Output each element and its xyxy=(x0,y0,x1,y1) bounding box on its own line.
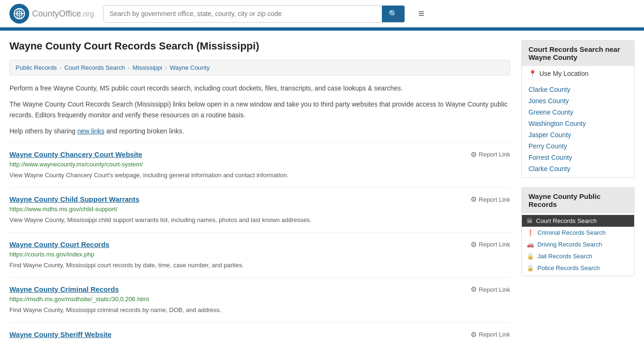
rec-icon: 🔒 xyxy=(527,253,534,260)
report-link-button[interactable]: ⚙ Report Link xyxy=(471,150,510,159)
nearby-county-link[interactable]: Greene County xyxy=(528,108,573,116)
breadcrumb-link-court-records[interactable]: Court Records Search xyxy=(64,64,125,71)
pub-record-link[interactable]: Criminal Records Search xyxy=(537,229,606,236)
nearby-county-link[interactable]: Jones County xyxy=(528,97,569,105)
search-bar: 🔍 xyxy=(103,5,405,23)
nearby-county-item: Greene County xyxy=(522,107,634,118)
main-container: Wayne County Court Records Search (Missi… xyxy=(0,31,644,358)
nearby-county-item: Clarke County xyxy=(522,163,634,174)
desc-para-3: Help others by sharing new links and rep… xyxy=(9,126,510,136)
hamburger-menu-button[interactable]: ≡ xyxy=(414,6,428,22)
nearby-section-title: Court Records Search near Wayne County xyxy=(522,41,634,66)
breadcrumb-sep-1: › xyxy=(59,65,61,71)
breadcrumb-sep-3: › xyxy=(165,65,167,71)
nearby-county-item: Clarke County xyxy=(522,84,634,95)
nearby-county-item: Jasper County xyxy=(522,129,634,140)
logo-name: CountyOffice xyxy=(32,9,81,18)
nearby-county-item: Forrest County xyxy=(522,152,634,163)
use-location-button[interactable]: 📍 Use My Location xyxy=(522,66,634,81)
record-url[interactable]: https://courts.ms.gov/index.php xyxy=(9,251,510,258)
record-title[interactable]: Wayne County Child Support Warrants xyxy=(9,195,140,203)
nearby-county-item: Perry County xyxy=(522,140,634,152)
record-entry: Wayne County Court Records ⚙ Report Link… xyxy=(9,232,510,278)
record-entry: Wayne County Chancery Court Website ⚙ Re… xyxy=(9,142,510,188)
public-records-list: 🏛Court Records Search❗Criminal Records S… xyxy=(522,213,634,276)
new-links-link[interactable]: new links xyxy=(77,127,105,135)
nearby-county-link[interactable]: Washington County xyxy=(528,120,586,127)
record-entry: Wayne County Criminal Records ⚙ Report L… xyxy=(9,277,510,322)
search-input[interactable] xyxy=(104,6,382,21)
nearby-county-link[interactable]: Forrest County xyxy=(528,154,572,161)
nearby-county-link[interactable]: Clarke County xyxy=(528,86,570,93)
nearby-county-link[interactable]: Jasper County xyxy=(528,131,571,139)
nearby-county-link[interactable]: Clarke County xyxy=(528,165,570,173)
pub-record-item[interactable]: 🏛Court Records Search xyxy=(522,215,634,227)
record-desc: Find Wayne County, Mississippi court rec… xyxy=(9,261,510,270)
record-title-row: Wayne County Child Support Warrants ⚙ Re… xyxy=(9,195,510,204)
pub-record-link[interactable]: Jail Records Search xyxy=(537,253,592,260)
record-desc: View Wayne County Chancery Court's webpa… xyxy=(9,171,510,180)
breadcrumb: Public Records › Court Records Search › … xyxy=(9,60,510,75)
pub-record-item[interactable]: 🔒Police Records Search xyxy=(522,262,634,274)
public-records-title: Wayne County Public Records xyxy=(522,188,634,213)
pub-record-link[interactable]: Driving Records Search xyxy=(537,241,602,248)
record-url[interactable]: https://msdh.ms.gov/msdhsite/_static/30,… xyxy=(9,296,510,303)
pub-record-label: Court Records Search xyxy=(536,217,597,224)
report-link-button[interactable]: ⚙ Report Link xyxy=(471,330,510,339)
record-desc: View Wayne County, Mississippi child sup… xyxy=(9,215,510,225)
public-records-section: Wayne County Public Records 🏛Court Recor… xyxy=(521,187,635,276)
rec-icon: 🏛 xyxy=(527,217,533,224)
record-title[interactable]: Wayne County Court Records xyxy=(9,240,109,248)
desc-para-2: The Wayne County Court Records Search (M… xyxy=(9,99,510,120)
rec-icon: ❗ xyxy=(527,229,534,236)
rec-icon: 🚗 xyxy=(527,241,534,248)
report-icon: ⚙ xyxy=(471,330,477,339)
record-entry: Wayne County Child Support Warrants ⚙ Re… xyxy=(9,187,510,232)
nearby-county-item: Jones County xyxy=(522,95,634,107)
desc-para-1: Perform a free Wayne County, MS public c… xyxy=(9,83,510,93)
pub-record-item[interactable]: ❗Criminal Records Search xyxy=(522,227,634,239)
report-icon: ⚙ xyxy=(471,195,477,204)
location-dot-icon: 📍 xyxy=(528,70,537,77)
record-url[interactable]: https://www.mdhs.ms.gov/child-support/ xyxy=(9,206,510,213)
record-title[interactable]: Wayne County Sheriff Website xyxy=(9,330,112,338)
nearby-section: Court Records Search near Wayne County 📍… xyxy=(521,40,635,178)
site-header: CountyOffice.org 🔍 ≡ xyxy=(0,0,644,29)
report-link-label: Report Link xyxy=(479,196,510,203)
report-icon: ⚙ xyxy=(471,285,477,294)
use-location-label: Use My Location xyxy=(539,70,588,77)
report-link-label: Report Link xyxy=(479,331,510,338)
sidebar: Court Records Search near Wayne County 📍… xyxy=(521,40,635,348)
pub-record-item[interactable]: 🔒Jail Records Search xyxy=(522,250,634,262)
nearby-county-item: Washington County xyxy=(522,118,634,129)
record-title-row: Wayne County Court Records ⚙ Report Link xyxy=(9,240,510,249)
breadcrumb-link-public-records[interactable]: Public Records xyxy=(16,64,57,71)
record-url[interactable]: http://www.waynecounty.ms/county/court-s… xyxy=(9,161,510,168)
record-entry: Wayne County Sheriff Website ⚙ Report Li… xyxy=(9,322,510,348)
logo-icon xyxy=(9,4,29,24)
rec-icon: 🔒 xyxy=(527,264,534,272)
report-icon: ⚙ xyxy=(471,150,477,159)
nearby-county-link[interactable]: Perry County xyxy=(528,142,567,150)
breadcrumb-link-mississippi[interactable]: Mississippi xyxy=(132,64,162,71)
search-button[interactable]: 🔍 xyxy=(382,6,405,22)
pub-record-item[interactable]: 🚗Driving Records Search xyxy=(522,239,634,250)
report-link-label: Report Link xyxy=(479,241,510,248)
logo-link[interactable]: CountyOffice.org xyxy=(9,4,94,24)
report-link-button[interactable]: ⚙ Report Link xyxy=(471,240,510,249)
report-link-button[interactable]: ⚙ Report Link xyxy=(471,285,510,294)
report-link-label: Report Link xyxy=(479,286,510,293)
logo-suffix: .org xyxy=(81,10,94,18)
nearby-counties-list: Clarke CountyJones CountyGreene CountyWa… xyxy=(522,81,634,177)
record-desc: Find Wayne County, Mississippi criminal … xyxy=(9,305,510,315)
report-icon: ⚙ xyxy=(471,240,477,249)
desc-para-3-suffix: and reporting broken links. xyxy=(105,127,184,135)
record-title[interactable]: Wayne County Chancery Court Website xyxy=(9,150,142,158)
report-link-label: Report Link xyxy=(479,151,510,158)
breadcrumb-link-wayne-county[interactable]: Wayne County xyxy=(170,64,210,71)
report-link-button[interactable]: ⚙ Report Link xyxy=(471,195,510,204)
record-title-row: Wayne County Criminal Records ⚙ Report L… xyxy=(9,285,510,294)
record-title[interactable]: Wayne County Criminal Records xyxy=(9,285,119,293)
page-title: Wayne County Court Records Search (Missi… xyxy=(9,40,510,52)
pub-record-link[interactable]: Police Records Search xyxy=(537,264,600,272)
